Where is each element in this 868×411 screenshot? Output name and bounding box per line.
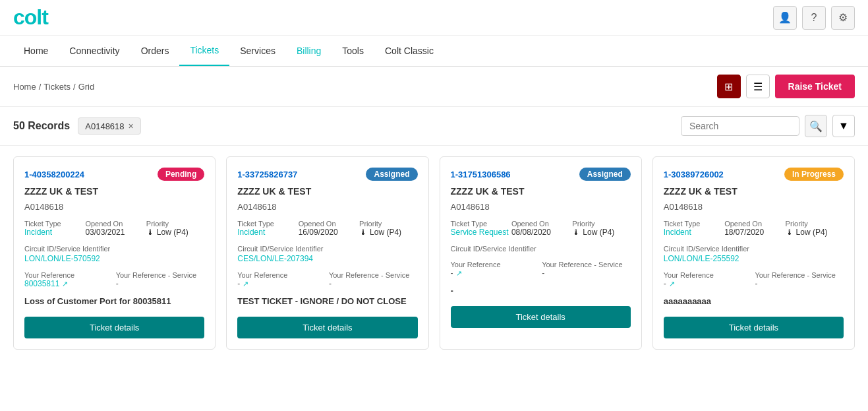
circuit-id-link[interactable]: CES/LON/LE-207394 [237,254,313,263]
help-icon-button[interactable]: ? [802,6,826,30]
ticket-card: 1-30389726002 In Progress ZZZZ UK & TEST… [652,156,855,350]
nav-billing[interactable]: Billing [286,36,332,65]
your-ref-value: -↗ [664,279,753,288]
ticket-type-value: Incident [24,228,82,237]
ticket-details-button[interactable]: Ticket details [237,317,417,338]
top-icons: 👤 ? ⚙ [773,6,855,30]
circuit-id-link[interactable]: LON/LON/LE-570592 [24,254,100,263]
ticket-type-label: Ticket Type [24,220,82,228]
priority-value: 🌡Low (P4) [359,228,417,237]
circuit-id-label: Circuit ID/Service Identifier [451,245,631,253]
ticket-id-link[interactable]: 1-30389726002 [664,170,724,179]
meta-row: Ticket Type Service Request Opened On 08… [451,220,631,237]
nav-services[interactable]: Services [229,36,286,65]
meta-row: Ticket Type Incident Opened On 18/07/202… [664,220,844,237]
priority-value: 🌡Low (P4) [572,228,630,237]
raise-ticket-button[interactable]: Raise Ticket [775,75,855,98]
card-header: 1-31751306586 Assigned [451,168,631,181]
list-view-button[interactable]: ☰ [746,75,770,98]
status-badge: Assigned [366,168,417,181]
nav-home[interactable]: Home [13,36,59,65]
breadcrumb-home[interactable]: Home [13,82,36,92]
your-ref-dash: - [237,279,240,288]
meta-row: Ticket Type Incident Opened On 03/03/202… [24,220,204,237]
ticket-id-link[interactable]: 1-33725826737 [237,170,297,179]
cards-grid: 1-40358200224 Pending ZZZZ UK & TEST A01… [0,146,868,360]
view-actions: ⊞ ☰ Raise Ticket [717,75,855,98]
your-ref-link[interactable]: 80035811 [24,279,59,288]
breadcrumb-bar: Home / Tickets / Grid ⊞ ☰ Raise Ticket [0,67,868,107]
ticket-type-label: Ticket Type [451,220,509,228]
your-ref-service-value: - [329,279,418,288]
grid-view-button[interactable]: ⊞ [717,75,741,98]
ticket-description: Loss of Customer Port for 80035811 [24,296,204,306]
priority-value: 🌡Low (P4) [146,228,204,237]
nav-tickets[interactable]: Tickets [179,36,229,66]
main-nav: Home Connectivity Orders Tickets Service… [0,36,868,67]
nav-orders[interactable]: Orders [130,36,180,65]
your-ref-label: Your Reference [237,271,326,279]
account-id: A0148618 [451,202,631,212]
your-ref-label: Your Reference [24,271,113,279]
opened-on-label: Opened On [511,220,569,228]
priority-label: Priority [146,220,204,228]
records-count: 50 Records [13,120,70,132]
company-name: ZZZZ UK & TEST [237,186,417,197]
ticket-id-link[interactable]: 1-40358200224 [24,170,84,179]
card-header: 1-30389726002 In Progress [664,168,844,181]
circuit-id-label: Circuit ID/Service Identifier [237,245,417,253]
circuit-id-label: Circuit ID/Service Identifier [664,245,844,253]
circuit-section: Circuit ID/Service Identifier LON/LON/LE… [664,245,844,263]
meta-row: Ticket Type Incident Opened On 16/09/202… [237,220,417,237]
nav-colt-classic[interactable]: Colt Classic [374,36,444,65]
ticket-details-button[interactable]: Ticket details [451,306,631,328]
your-ref-service-label: Your Reference - Service [116,271,205,279]
ticket-description: TEST TICKET - IGNORE / DO NOT CLOSE [237,296,417,306]
search-button[interactable]: 🔍 [805,115,827,137]
company-name: ZZZZ UK & TEST [451,186,631,197]
top-bar: colt 👤 ? ⚙ [0,0,868,36]
your-ref-service-label: Your Reference - Service [755,271,844,279]
circuit-id-link[interactable]: LON/LON/LE-255592 [664,254,739,263]
opened-on-label: Opened On [299,220,357,228]
user-icon-button[interactable]: 👤 [773,6,797,30]
nav-connectivity[interactable]: Connectivity [59,36,130,65]
your-ref-label: Your Reference [664,271,753,279]
opened-on-label: Opened On [724,220,782,228]
filter-tag-value: A0148618 [85,121,124,131]
settings-icon-button[interactable]: ⚙ [831,6,855,30]
ticket-details-button[interactable]: Ticket details [24,317,204,338]
your-ref-service-label: Your Reference - Service [329,271,418,279]
nav-tools[interactable]: Tools [332,36,374,65]
status-badge: Assigned [579,168,631,181]
your-ref-service-value: - [542,269,631,278]
ref-row: Your Reference -↗ Your Reference - Servi… [237,271,417,288]
ticket-description: - [451,286,631,296]
your-ref-dash: - [664,279,666,288]
your-ref-value: 80035811↗ [24,279,113,288]
filter-remove-icon[interactable]: × [129,121,134,131]
ticket-details-button[interactable]: Ticket details [664,317,844,338]
status-badge: Pending [158,168,204,181]
opened-on-value: 18/07/2020 [724,228,782,237]
ticket-type-value: Service Request [451,228,509,237]
priority-value: 🌡Low (P4) [786,228,844,237]
breadcrumb-tickets[interactable]: Tickets [43,82,71,92]
card-header: 1-40358200224 Pending [24,168,204,181]
ticket-type-label: Ticket Type [237,220,295,228]
your-ref-value: -↗ [237,279,326,288]
ticket-id-link[interactable]: 1-31751306586 [451,170,511,179]
company-name: ZZZZ UK & TEST [24,186,204,197]
your-ref-service-value: - [755,279,844,288]
logo: colt [13,5,48,30]
search-area: 🔍 ▼ [681,115,855,137]
active-filter-tag[interactable]: A0148618 × [78,117,140,135]
card-header: 1-33725826737 Assigned [237,168,417,181]
filter-icon-button[interactable]: ▼ [832,115,855,137]
status-badge: In Progress [784,168,844,181]
opened-on-value: 16/09/2020 [299,228,357,237]
ticket-type-value: Incident [237,228,295,237]
your-ref-service-label: Your Reference - Service [542,261,631,269]
search-input[interactable] [681,116,799,136]
your-ref-dash: - [451,269,453,278]
